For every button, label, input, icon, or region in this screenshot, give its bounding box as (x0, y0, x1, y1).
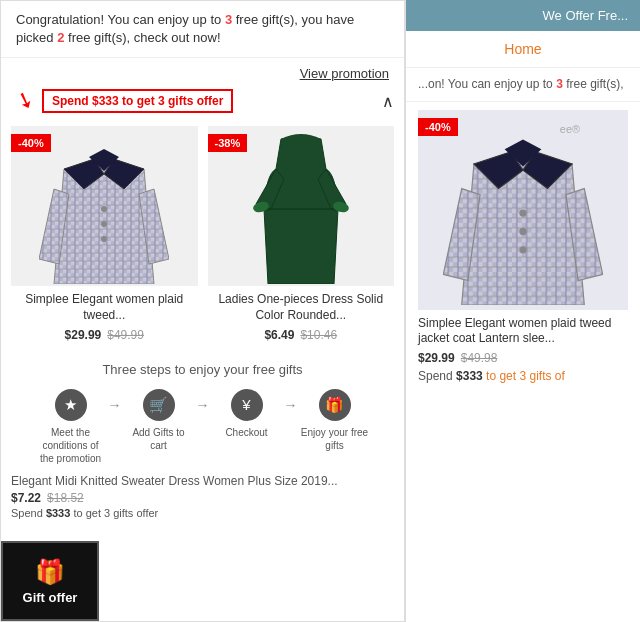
partial-product[interactable]: Elegant Midi Knitted Sweater Dress Women… (1, 470, 404, 525)
step-1: ★ Meet the conditions of the promotion (36, 389, 106, 465)
popup-panel: Congratulation! You can enjoy up to 3 fr… (0, 0, 405, 622)
step-2-label: Add Gifts to cart (124, 426, 194, 452)
right-spend-amount-1: $333 (456, 369, 483, 383)
notification-text1: Congratulation! You can enjoy up to (16, 12, 225, 27)
red-arrow-icon: ➘ (13, 88, 37, 115)
partial-spend-suffix: to get 3 gifts offer (73, 507, 158, 519)
partial-spend-info: Spend $333 to get 3 gifts offer (11, 507, 394, 519)
partial-price-original: $18.52 (47, 491, 84, 505)
product-image-2: -38% (208, 126, 395, 286)
product-card-2[interactable]: -38% (208, 126, 395, 341)
arrow-2: → (194, 397, 212, 413)
product-card-1[interactable]: -40% (11, 126, 198, 341)
view-promotion-link[interactable]: View promotion (300, 66, 389, 81)
gift-icon: 🎁 (35, 558, 65, 586)
partial-spend-label: Spend (11, 507, 43, 519)
partial-spend-amount: $333 (46, 507, 70, 519)
right-nav-home[interactable]: Home (406, 31, 640, 68)
step-2: 🛒 Add Gifts to cart (124, 389, 194, 452)
product-title-1: Simplee Elegant women plaid tweed... (15, 292, 194, 323)
right-notif-rest: free gift(s), (563, 77, 624, 91)
steps-row: ★ Meet the conditions of the promotion →… (11, 389, 394, 465)
product-grid: -40% (1, 121, 404, 351)
product-prices-2: $6.49 $10.46 (208, 328, 395, 342)
price-current-1: $29.99 (65, 328, 102, 342)
price-original-1: $49.99 (107, 328, 144, 342)
svg-point-16 (519, 209, 526, 216)
discount-badge-1: -40% (11, 134, 51, 152)
right-jacket-image: ee® (418, 110, 628, 310)
price-current-2: $6.49 (264, 328, 294, 342)
svg-point-17 (519, 228, 526, 235)
arrow-1: → (106, 397, 124, 413)
step-3-label: Checkout (225, 426, 267, 439)
gift-offer-label: Gift offer (23, 590, 78, 605)
step-4: 🎁 Enjoy your free gifts (300, 389, 370, 452)
right-notif-text1: ...on! You can enjoy up to (418, 77, 556, 91)
right-product-img-1: -40% (418, 110, 628, 310)
right-price-original-1: $49.98 (461, 351, 498, 365)
right-product-1[interactable]: -40% (406, 102, 640, 391)
product-prices-1: $29.99 $49.99 (11, 328, 198, 342)
spend-badge: Spend $333 to get 3 gifts offer (42, 89, 233, 113)
step-1-icon: ★ (55, 389, 87, 421)
product-title-2: Ladies One-pieces Dress Solid Color Roun… (212, 292, 391, 323)
right-spend-info-1: Spend $333 to get 3 gifts of (418, 369, 628, 383)
right-spend-suffix-1: to get 3 gifts of (486, 369, 565, 383)
partial-product-title: Elegant Midi Knitted Sweater Dress Women… (11, 474, 394, 488)
step-3-icon: ¥ (231, 389, 263, 421)
three-steps-section: Three steps to enjoy your free gifts ★ M… (1, 352, 404, 470)
price-original-2: $10.46 (300, 328, 337, 342)
product-image-1: -40% (11, 126, 198, 286)
right-notification: ...on! You can enjoy up to 3 free gift(s… (406, 68, 640, 102)
svg-point-5 (101, 206, 107, 212)
svg-point-7 (101, 236, 107, 242)
gift-offer-button[interactable]: 🎁 Gift offer (1, 541, 99, 621)
discount-badge-2: -38% (208, 134, 248, 152)
arrow-3: → (282, 397, 300, 413)
right-product-prices-1: $29.99 $49.98 (418, 351, 628, 365)
view-promotion-row: View promotion (1, 58, 404, 85)
partial-price-current: $7.22 (11, 491, 41, 505)
svg-point-6 (101, 221, 107, 227)
svg-point-18 (519, 246, 526, 253)
right-spend-label-1: Spend (418, 369, 453, 383)
three-steps-title: Three steps to enjoy your free gifts (11, 362, 394, 377)
step-1-label: Meet the conditions of the promotion (36, 426, 106, 465)
partial-product-prices: $7.22 $18.52 (11, 491, 394, 505)
right-discount-badge-1: -40% (418, 118, 458, 136)
popup-scrollable[interactable]: View promotion ➘ Spend $333 to get 3 gif… (1, 58, 404, 621)
spend-banner-row: ➘ Spend $333 to get 3 gifts offer ∧ (1, 85, 404, 121)
step-4-label: Enjoy your free gifts (300, 426, 370, 452)
step-2-icon: 🛒 (143, 389, 175, 421)
right-header: We Offer Fre... (406, 0, 640, 31)
notification-bar: Congratulation! You can enjoy up to 3 fr… (1, 1, 404, 58)
right-product-title-1: Simplee Elegant women plaid tweed jacket… (418, 316, 628, 347)
step-3: ¥ Checkout (212, 389, 282, 439)
step-4-icon: 🎁 (319, 389, 351, 421)
right-notif-hl: 3 (556, 77, 563, 91)
svg-text:ee®: ee® (560, 123, 580, 135)
right-panel: We Offer Fre... Home ...on! You can enjo… (405, 0, 640, 622)
chevron-up-icon[interactable]: ∧ (382, 92, 394, 111)
notification-text3: free gift(s), check out now! (64, 30, 220, 45)
right-price-current-1: $29.99 (418, 351, 455, 365)
